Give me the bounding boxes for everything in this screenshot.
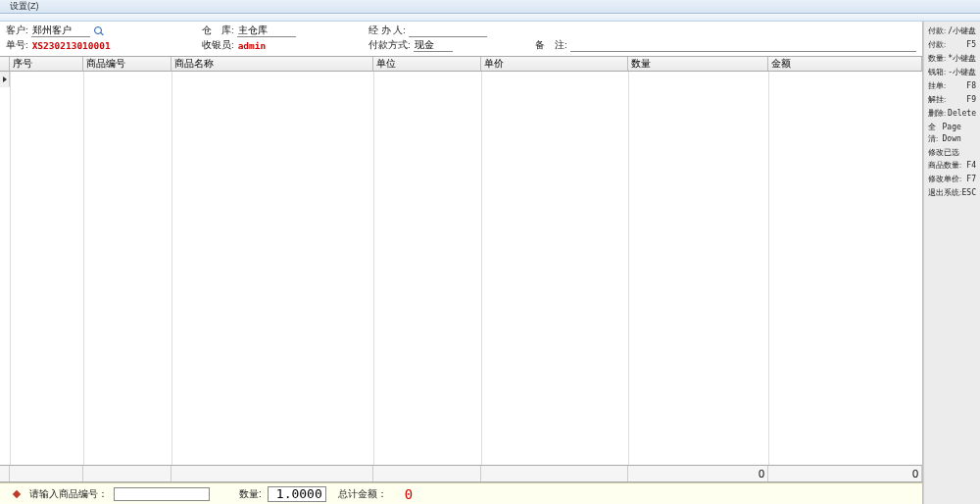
- paytype-input[interactable]: [414, 40, 453, 52]
- menu-settings[interactable]: 设置(Z): [4, 0, 45, 13]
- grid-footer-amount: 0: [768, 466, 922, 481]
- sc-exit-label: 退出系统:: [928, 187, 961, 199]
- qty-label: 数量:: [239, 487, 262, 501]
- grid-row-indicator: [0, 72, 10, 87]
- shortcut-sidebar: 付款:/小键盘 付款:F5 数量:*小键盘 钱箱:-小键盘 挂单:F8 解挂:F…: [923, 22, 980, 504]
- grid-header-price[interactable]: 单价: [481, 57, 628, 71]
- sc-hold-label: 挂单:: [928, 80, 946, 92]
- grid-header-code[interactable]: 商品编号: [83, 57, 172, 71]
- data-grid: 序号 商品编号 商品名称 单位 单价 数量 金额: [0, 56, 922, 482]
- remark-label: 备 注:: [535, 39, 567, 52]
- total-amount: 0: [405, 486, 413, 502]
- grid-footer-qty: 0: [628, 466, 768, 481]
- prompt-label: 请输入商品编号：: [29, 487, 108, 501]
- sc-pay2-label: 付款:: [928, 39, 946, 51]
- sc-clr-label: 全清:: [928, 122, 943, 145]
- sc-pay2-key: F5: [966, 39, 976, 51]
- menubar: 设置(Z): [0, 0, 980, 14]
- grid-header: 序号 商品编号 商品名称 单位 单价 数量 金额: [0, 56, 922, 72]
- grid-header-indicator: [0, 57, 10, 71]
- qty-input[interactable]: [268, 486, 326, 502]
- order-label: 单号:: [6, 39, 28, 52]
- sc-del-label: 删除:: [928, 108, 946, 120]
- customer-label: 客户:: [6, 25, 28, 37]
- sc-clr-key: Page Down: [943, 122, 977, 145]
- grid-header-qty[interactable]: 数量: [628, 57, 768, 71]
- grid-body[interactable]: [0, 72, 922, 465]
- warehouse-input[interactable]: [237, 25, 296, 37]
- grid-header-seq[interactable]: 序号: [10, 57, 83, 71]
- sc-mprice-label: 修改单价:: [928, 174, 961, 185]
- handler-input[interactable]: [409, 25, 487, 37]
- total-label: 总计金额：: [338, 487, 387, 501]
- sc-hold-key: F8: [966, 80, 976, 92]
- bottom-bar: 请输入商品编号： 数量: 总计金额： 0: [0, 482, 922, 504]
- cashier-value: admin: [237, 40, 296, 52]
- grid-header-name[interactable]: 商品名称: [172, 57, 373, 71]
- sc-pay-key: /小键盘: [948, 25, 976, 37]
- sc-mqty-label: 商品数量:: [928, 160, 961, 172]
- search-icon[interactable]: [93, 25, 105, 37]
- sc-cash-key: -小键盘: [948, 67, 976, 78]
- sc-mqty-key: F4: [966, 160, 976, 172]
- sc-mprice-key: F7: [966, 174, 976, 185]
- warehouse-label: 仓 库:: [202, 25, 234, 37]
- product-code-input[interactable]: [114, 487, 210, 501]
- sc-cash-label: 钱箱:: [928, 67, 946, 78]
- sc-unhold-key: F9: [966, 94, 976, 106]
- toolbar-strip: [0, 14, 980, 22]
- header-form: 客户: 仓 库: 经 办 人: 单号: XS230213010001 收银员: …: [0, 22, 922, 52]
- customer-input[interactable]: [31, 25, 90, 37]
- sc-exit-key: ESC: [962, 187, 976, 199]
- paytype-label: 付款方式:: [368, 39, 411, 52]
- grid-header-unit[interactable]: 单位: [373, 57, 481, 71]
- grid-header-amt[interactable]: 金额: [768, 57, 922, 71]
- sc-group-label: 修改已选: [926, 146, 978, 159]
- diamond-icon: [13, 489, 21, 497]
- remark-input[interactable]: [570, 40, 916, 52]
- sc-qty-label: 数量:: [928, 53, 946, 65]
- sc-unhold-label: 解挂:: [928, 94, 946, 106]
- sc-pay-label: 付款:: [928, 25, 946, 37]
- grid-footer: 0 0: [0, 465, 922, 482]
- order-no: XS230213010001: [31, 40, 129, 52]
- cashier-label: 收银员:: [202, 39, 234, 52]
- handler-label: 经 办 人:: [368, 25, 406, 37]
- sc-qty-key: *小键盘: [948, 53, 976, 65]
- sc-del-key: Delete: [948, 108, 976, 120]
